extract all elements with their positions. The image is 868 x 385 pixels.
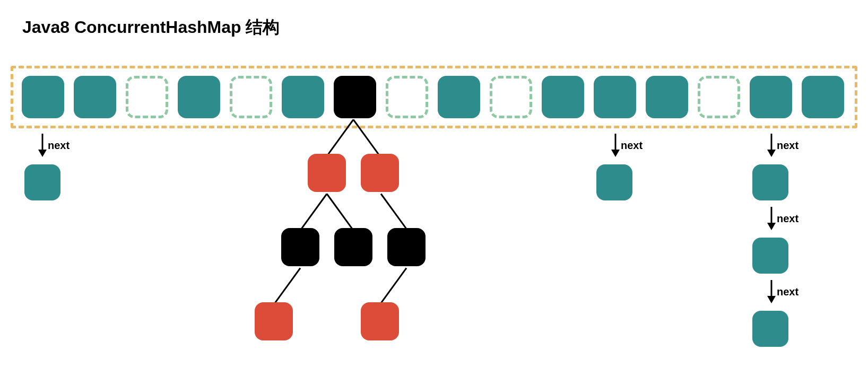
arrow-next-11: next [611,134,643,157]
tree-node-black-l2-2 [387,228,426,266]
tree-edge [380,194,409,231]
tree-edge [273,268,301,305]
bucket-14 [750,76,792,118]
next-label: next [777,286,798,298]
arrow-down-icon [611,134,620,157]
arrow-down-icon [767,280,776,303]
bucket-9-empty [490,76,532,118]
svg-marker-5 [767,150,776,157]
next-label: next [48,139,70,152]
svg-marker-1 [38,150,47,157]
chain-node-14-2 [752,311,788,347]
tree-node-black-l2-0 [281,228,319,266]
next-label: next [621,139,643,152]
bucket-2-empty [126,76,168,118]
tree-edge [379,268,407,305]
bucket-6-tree-root [334,76,376,118]
svg-marker-3 [611,150,620,157]
arrow-next-14-1: next [767,207,798,230]
tree-node-red-l3-0 [255,302,293,340]
arrow-next-14-2: next [767,280,798,303]
tree-node-black-l2-1 [334,228,372,266]
bucket-3 [178,76,220,118]
tree-node-red-l1-right [361,154,399,192]
tree-node-red-l3-1 [361,302,399,340]
bucket-10 [542,76,584,118]
bucket-1 [74,76,116,118]
hash-table-container [11,66,857,128]
arrow-down-icon [767,134,776,157]
chain-node-14-1 [752,238,788,274]
chain-node-0-0 [24,164,60,200]
page-title: Java8 ConcurrentHashMap 结构 [22,16,280,39]
bucket-8 [438,76,480,118]
bucket-5 [282,76,324,118]
arrow-down-icon [38,134,47,157]
next-label: next [777,139,798,152]
bucket-11 [594,76,636,118]
bucket-4-empty [230,76,272,118]
bucket-7-empty [386,76,428,118]
arrow-next-0: next [38,134,70,157]
chain-node-11-0 [596,164,632,200]
arrow-next-14-0: next [767,134,798,157]
arrow-down-icon [767,207,776,230]
bucket-0 [22,76,64,118]
bucket-13-empty [698,76,740,118]
tree-edge [326,194,354,231]
tree-node-red-l1-left [308,154,346,192]
chain-node-14-0 [752,164,788,200]
bucket-12 [646,76,688,118]
next-label: next [777,213,798,225]
tree-edge [299,194,327,231]
bucket-15 [802,76,844,118]
svg-marker-9 [767,296,776,303]
svg-marker-7 [767,223,776,230]
